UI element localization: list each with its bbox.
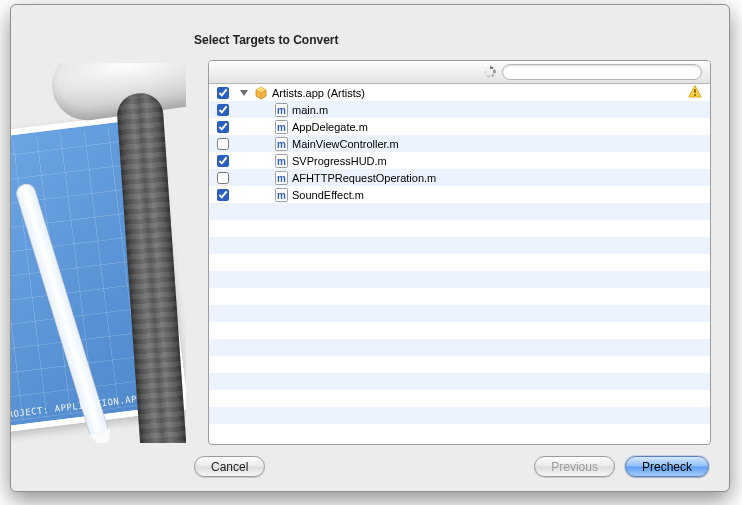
targets-list[interactable]: Artists.app (Artists)mmain.mmAppDelegate… [209,84,710,444]
file-row[interactable]: mSoundEffect.m [209,186,710,203]
empty-row [209,305,710,322]
empty-row [209,407,710,424]
dialog-title: Select Targets to Convert [194,33,338,47]
disclosure-triangle-icon[interactable] [240,90,248,96]
svg-point-7 [694,94,696,96]
empty-row [209,322,710,339]
svg-text:m: m [277,105,286,116]
pencil-graphic [14,181,109,435]
dialog-sheet: Select Targets to Convert Artists.app (A… [10,4,730,492]
row-checkbox[interactable] [217,189,229,201]
svg-text:m: m [277,156,286,167]
empty-row [209,203,710,220]
panel-toolbar [209,61,710,84]
targets-panel: Artists.app (Artists)mmain.mmAppDelegate… [208,60,711,445]
row-checkbox[interactable] [217,155,229,167]
background-art [11,63,186,443]
file-row[interactable]: mSVProgressHUD.m [209,152,710,169]
empty-row [209,271,710,288]
svg-text:m: m [277,173,286,184]
row-label: AppDelegate.m [292,121,368,133]
row-label: MainViewController.m [292,138,399,150]
blueprint-graphic [11,112,186,434]
button-bar: Cancel Previous Precheck [194,456,709,477]
row-checkbox[interactable] [217,104,229,116]
row-label: SVProgressHUD.m [292,155,387,167]
row-checkbox[interactable] [217,138,229,150]
empty-row [209,237,710,254]
empty-row [209,254,710,271]
target-row[interactable]: Artists.app (Artists) [209,84,710,101]
svg-text:m: m [277,139,286,150]
empty-row [209,356,710,373]
hammer-handle-graphic [116,92,186,443]
empty-row [209,339,710,356]
empty-row [209,390,710,407]
file-row[interactable]: mAFHTTPRequestOperation.m [209,169,710,186]
objc-file-icon: m [275,154,288,168]
row-checkbox[interactable] [217,87,229,99]
previous-button[interactable]: Previous [534,456,615,477]
row-label: SoundEffect.m [292,189,364,201]
file-row[interactable]: mmain.m [209,101,710,118]
search-input[interactable] [502,64,702,80]
objc-file-icon: m [275,171,288,185]
empty-row [209,220,710,237]
svg-text:m: m [277,122,286,133]
row-label: main.m [292,104,328,116]
precheck-button[interactable]: Precheck [625,456,709,477]
row-label: AFHTTPRequestOperation.m [292,172,436,184]
warning-icon [688,85,702,100]
hammer-head-graphic [47,63,186,125]
objc-file-icon: m [275,120,288,134]
cancel-button[interactable]: Cancel [194,456,265,477]
svg-rect-6 [694,89,696,93]
empty-row [209,373,710,390]
file-row[interactable]: mMainViewController.m [209,135,710,152]
row-checkbox[interactable] [217,121,229,133]
empty-row [209,288,710,305]
empty-row [209,424,710,441]
objc-file-icon: m [275,188,288,202]
objc-file-icon: m [275,137,288,151]
row-checkbox[interactable] [217,172,229,184]
loading-spinner-icon [484,66,496,78]
svg-text:m: m [277,190,286,201]
app-target-icon [254,86,268,100]
file-row[interactable]: mAppDelegate.m [209,118,710,135]
objc-file-icon: m [275,103,288,117]
row-label: Artists.app (Artists) [272,87,365,99]
